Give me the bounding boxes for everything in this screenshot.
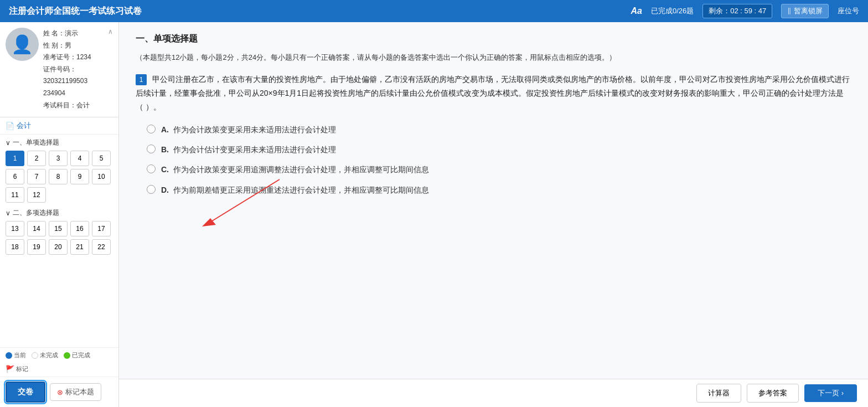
- collapse-button[interactable]: ∧: [108, 28, 113, 35]
- user-id-card: 证件号码：320321199503 234904: [43, 64, 104, 100]
- section2-title: ∨ 二、多项选择题: [6, 208, 113, 218]
- q-btn-9[interactable]: 9: [70, 169, 89, 184]
- option-c[interactable]: C. 作为会计政策变更采用追溯调整法进行会计处理，并相应调整可比期间信息: [147, 163, 851, 176]
- options-list: A. 作为会计政策变更采用未来适用法进行会计处理 B. 作为会计估计变更采用未来…: [136, 123, 851, 197]
- sidebar-footer: 交卷 ⊗ 标记本题: [0, 377, 118, 407]
- question-block: 1 甲公司注册在乙市，在该市有大量的投资性房地产。由于地处偏僻，乙市没有活跃的房…: [136, 73, 851, 196]
- q-btn-12[interactable]: 12: [27, 187, 46, 203]
- legend-uncomplete: 未完成: [32, 351, 58, 359]
- q-btn-18[interactable]: 18: [6, 239, 24, 255]
- q-btn-5[interactable]: 5: [92, 151, 111, 166]
- document-icon: 📄: [6, 122, 14, 130]
- seat-label: 座位号: [838, 6, 859, 16]
- bottom-bar: 计算器 参考答案 下一页 ›: [119, 379, 868, 407]
- q-btn-8[interactable]: 8: [49, 169, 68, 184]
- q-btn-16[interactable]: 16: [70, 221, 89, 236]
- section-desc: （本题型共12小题，每小题2分，共24分。每小题只有一个正确答案，请从每小题的备…: [136, 51, 851, 64]
- mark-button[interactable]: ⊗ 标记本题: [50, 383, 101, 401]
- legend-uncomplete-label: 未完成: [40, 351, 58, 359]
- option-b-text: B. 作为会计估计变更采用未来适用法进行会计处理: [161, 143, 336, 156]
- header-right: Aa 已完成0/26题 剩余：02 : 59 : 47 ‖ 暂离锁屏 座位号: [631, 4, 859, 18]
- section2-grid: 13 14 15 16 17 18 19 20 21 22: [6, 221, 113, 255]
- user-gender: 性 别：男: [43, 40, 104, 52]
- user-info-panel: 👤 姓 名：演示 性 别：男 准考证号：1234 证件号码：3203211995…: [0, 22, 118, 117]
- q-btn-3[interactable]: 3: [49, 151, 68, 166]
- question-number: 1: [136, 74, 147, 85]
- header: 注册会计师全国统一考试练习试卷 Aa 已完成0/26题 剩余：02 : 59 :…: [0, 0, 868, 22]
- question-text: 1 甲公司注册在乙市，在该市有大量的投资性房地产。由于地处偏僻，乙市没有活跃的房…: [136, 73, 851, 115]
- content-area: 一、单项选择题 （本题型共12小题，每小题2分，共24分。每小题只有一个正确答案…: [119, 22, 868, 407]
- option-c-text: C. 作为会计政策变更采用追溯调整法进行会计处理，并相应调整可比期间信息: [161, 163, 429, 176]
- legend-current-label: 当前: [14, 351, 26, 359]
- complete-dot: [64, 352, 70, 359]
- q-btn-6[interactable]: 6: [6, 169, 24, 184]
- q-btn-4[interactable]: 4: [70, 151, 89, 166]
- section1-title: ∨ 一、单项选择题: [6, 138, 113, 147]
- collapse-icon-2[interactable]: ∨: [6, 209, 11, 217]
- question-nav: ∨ 一、单项选择题 1 2 3 4 5 6 7 8 9 10 11 12 ∨ 二…: [0, 135, 118, 347]
- option-d-text: D. 作为前期差错更正采用追溯重述法进行会计处理，并相应调整可比期间信息: [161, 184, 429, 196]
- timer-display: 剩余：02 : 59 : 47: [702, 4, 772, 18]
- calculator-button[interactable]: 计算器: [696, 384, 741, 403]
- sidebar-collapse-arrow[interactable]: ‹: [118, 204, 119, 226]
- avatar: 👤: [6, 28, 39, 61]
- option-d[interactable]: D. 作为前期差错更正采用追溯重述法进行会计处理，并相应调整可比期间信息: [147, 184, 851, 196]
- current-dot: [6, 352, 12, 359]
- flag-icon: 🚩: [6, 365, 14, 373]
- legend-flagged: 🚩 标记: [6, 365, 28, 373]
- submit-button[interactable]: 交卷: [6, 382, 45, 403]
- main-container: 👤 姓 名：演示 性 别：男 准考证号：1234 证件号码：3203211995…: [0, 22, 868, 407]
- option-a-text: A. 作为会计政策变更采用未来适用法进行会计处理: [161, 123, 336, 136]
- user-exam-id: 准考证号：1234: [43, 51, 104, 64]
- svg-marker-1: [202, 218, 216, 226]
- user-name: 姓 名：演示: [43, 28, 104, 40]
- q-btn-10[interactable]: 10: [92, 169, 111, 184]
- collapse-icon-1[interactable]: ∨: [6, 139, 11, 147]
- option-a-radio[interactable]: [147, 125, 156, 133]
- reference-button[interactable]: 参考答案: [747, 384, 799, 403]
- pause-button[interactable]: ‖ 暂离锁屏: [781, 4, 829, 18]
- q-btn-2[interactable]: 2: [27, 151, 46, 166]
- sidebar: 👤 姓 名：演示 性 别：男 准考证号：1234 证件号码：3203211995…: [0, 22, 119, 407]
- mark-icon: ⊗: [57, 388, 63, 396]
- legend-complete-label: 已完成: [72, 351, 90, 359]
- q-btn-17[interactable]: 17: [92, 221, 111, 236]
- subject-label: 📄 会计: [6, 121, 113, 131]
- option-a[interactable]: A. 作为会计政策变更采用未来适用法进行会计处理: [147, 123, 851, 136]
- subject-nav: 📄 会计: [0, 117, 118, 135]
- user-avatar-icon: 👤: [11, 34, 33, 55]
- section-title: 一、单项选择题: [136, 33, 851, 45]
- option-b[interactable]: B. 作为会计估计变更采用未来适用法进行会计处理: [147, 143, 851, 156]
- uncomplete-dot: [32, 352, 38, 359]
- next-page-button[interactable]: 下一页 ›: [804, 384, 857, 402]
- q-btn-11[interactable]: 11: [6, 187, 24, 203]
- question-body: 甲公司注册在乙市，在该市有大量的投资性房地产。由于地处偏僻，乙市没有活跃的房地产…: [136, 75, 850, 111]
- user-details: 姓 名：演示 性 别：男 准考证号：1234 证件号码：320321199503…: [43, 28, 104, 111]
- q-btn-1[interactable]: 1: [6, 151, 24, 166]
- q-btn-7[interactable]: 7: [27, 169, 46, 184]
- q-btn-14[interactable]: 14: [27, 221, 46, 236]
- q-btn-15[interactable]: 15: [49, 221, 68, 236]
- progress-label: 已完成0/26题: [651, 6, 694, 16]
- q-btn-21[interactable]: 21: [70, 239, 89, 255]
- font-size-icon[interactable]: Aa: [631, 6, 642, 16]
- legend-flagged-label: 标记: [16, 365, 28, 373]
- q-btn-13[interactable]: 13: [6, 221, 24, 236]
- q-btn-19[interactable]: 19: [27, 239, 46, 255]
- legend: 当前 未完成 已完成 🚩 标记: [0, 347, 118, 377]
- q-btn-20[interactable]: 20: [49, 239, 68, 255]
- option-b-radio[interactable]: [147, 145, 156, 153]
- legend-complete: 已完成: [64, 351, 90, 359]
- user-subject: 考试科目：会计: [43, 100, 104, 112]
- option-c-radio[interactable]: [147, 164, 156, 173]
- option-d-radio[interactable]: [147, 185, 156, 194]
- section1-grid: 1 2 3 4 5 6 7 8 9 10 11 12: [6, 151, 113, 203]
- exam-title: 注册会计师全国统一考试练习试卷: [9, 6, 142, 17]
- q-btn-22[interactable]: 22: [92, 239, 111, 255]
- legend-current: 当前: [6, 351, 26, 359]
